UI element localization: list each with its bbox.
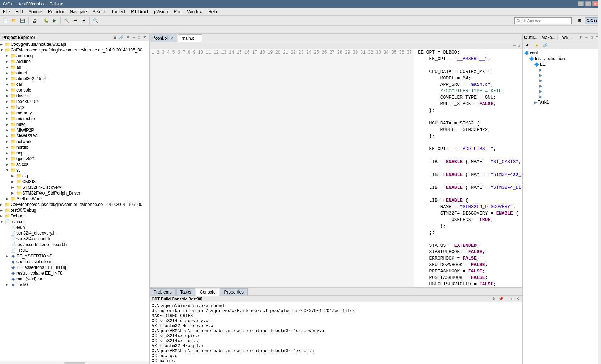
outline-item[interactable]: ▶ xyxy=(523,73,600,78)
debug-button[interactable]: 🐛 xyxy=(42,17,50,25)
minimize-button[interactable]: ─ xyxy=(578,1,584,6)
outline-item[interactable]: ▶ xyxy=(523,67,600,73)
outline-item[interactable]: ▶ xyxy=(523,83,600,89)
tree-item[interactable]: ▶📁nordic xyxy=(0,144,149,150)
sort-alpha-button[interactable]: A↕ xyxy=(524,41,532,49)
tree-item[interactable]: ◆EE_assertions : EE_INT8[] xyxy=(0,265,149,270)
tree-item[interactable]: ◆counter : volatile int xyxy=(0,259,149,265)
maximize-button[interactable]: □ xyxy=(585,1,591,6)
editor-content[interactable]: 1 2 3 4 5 6 7 8 9 10 11 12 13 14 15 16 1… xyxy=(150,49,522,287)
tree-item[interactable]: ▶📁MiWiP2P xyxy=(0,127,149,133)
tree-item[interactable]: 📄TRUE xyxy=(0,247,149,253)
perspective-list-button[interactable]: ⊞ xyxy=(575,17,583,25)
tree-item[interactable]: ▶📁Debug xyxy=(0,213,149,219)
tree-item[interactable]: 📄stm32f4_discovery.h xyxy=(0,230,149,236)
tree-item[interactable]: ▶📁test00/Debug xyxy=(0,207,149,213)
tree-item[interactable]: ▶📁qpc_v521 xyxy=(0,156,149,162)
tab-close-icon[interactable]: ✕ xyxy=(170,36,173,40)
tree-item[interactable]: ▶📁memory xyxy=(0,110,149,116)
menu-item-navigate[interactable]: Navigate xyxy=(67,8,89,15)
outline-item[interactable]: ▶ xyxy=(523,94,600,99)
search-button[interactable]: 🔍 xyxy=(92,17,99,25)
build-button[interactable]: 🔨 xyxy=(63,17,70,25)
tree-item[interactable]: ◆main(void) : int xyxy=(0,276,149,282)
editor-minimize-button[interactable]: ─ xyxy=(512,43,517,48)
code-area[interactable]: EE_OPT = DLBOO; EE_OPT = "__ASSERT__"; C… xyxy=(414,49,522,287)
menu-item-refactor[interactable]: Refactor xyxy=(45,8,67,15)
quick-access-input[interactable] xyxy=(516,19,570,23)
tree-item[interactable]: ▶📁microchip xyxy=(0,116,149,122)
tree-item[interactable]: ▶📁nxp xyxy=(0,150,149,156)
tree-item[interactable]: ◆result : volatile EE_INT8 xyxy=(0,270,149,276)
tree-item[interactable]: ▶📁drivers xyxy=(0,93,149,99)
tree-item[interactable]: ▼📁st xyxy=(0,167,149,173)
outline-menu-button[interactable]: ▼ xyxy=(578,35,583,40)
menu-item-μvision[interactable]: μVision xyxy=(151,8,171,15)
outline-item[interactable]: ▶Task1 xyxy=(523,99,600,105)
tree-item[interactable]: ▶📁atmel xyxy=(0,70,149,76)
outline-item[interactable]: 🔷test_application xyxy=(523,56,600,62)
outline-item[interactable]: 🔷EE xyxy=(523,62,600,67)
editor-maximize-button[interactable]: □ xyxy=(517,43,521,48)
tree-item[interactable]: ▶📁C:/Evidence/eclipse/plugins/com.eu.evi… xyxy=(0,202,149,207)
tree-item[interactable]: ▶📁C:/cygwin/usr/include/w32api xyxy=(0,41,149,47)
outline-maximize-button[interactable]: □ xyxy=(590,35,594,40)
new-button[interactable]: 📄 xyxy=(1,17,9,25)
tree-item[interactable]: ▶📁STM32F4-Discovery xyxy=(0,185,149,190)
close-panel-button[interactable]: ✕ xyxy=(142,35,147,40)
console-maximize-button[interactable]: □ xyxy=(510,296,514,301)
tree-item[interactable]: ▶📁arduino xyxy=(0,59,149,64)
run-button[interactable]: ▶ xyxy=(51,17,59,25)
console-close-button[interactable]: ✕ xyxy=(515,296,520,301)
tree-item[interactable]: ▶📁cfg xyxy=(0,173,149,179)
tree-item[interactable]: ▼📄main.c xyxy=(0,219,149,225)
outline-item[interactable]: ▶ xyxy=(523,89,600,94)
tree-item[interactable]: ▶◆Task0 xyxy=(0,282,149,287)
tree-item[interactable]: ▶📁STM32F4xx_StdPeriph_Driver xyxy=(0,190,149,196)
open-button[interactable]: 📂 xyxy=(10,17,18,25)
bottom-tab-properties[interactable]: Properties xyxy=(220,288,248,295)
tree-item[interactable]: ▶📁as xyxy=(0,64,149,70)
redo-button[interactable]: ↪ xyxy=(80,17,88,25)
close-button[interactable]: ✕ xyxy=(592,1,598,6)
menu-item-window[interactable]: Window xyxy=(184,8,205,15)
tree-item[interactable]: ▶📁atmel802_15_4 xyxy=(0,76,149,82)
outline-tab[interactable]: Outli... xyxy=(524,35,537,40)
save-button[interactable]: 💾 xyxy=(19,17,26,25)
outline-item[interactable]: ▶ xyxy=(523,78,600,83)
tree-item[interactable]: ▶📁amazing xyxy=(0,53,149,59)
menu-item-edit[interactable]: Edit xyxy=(13,8,26,15)
tree-item[interactable]: ▶📁scicos xyxy=(0,162,149,167)
tree-item[interactable]: ▶📁network xyxy=(0,139,149,144)
editor-tab-main-c[interactable]: main.c✕ xyxy=(178,34,202,42)
tree-item[interactable]: 📄ee.h xyxy=(0,225,149,230)
tree-item[interactable]: ▶📁MiWiP2Pv2 xyxy=(0,133,149,139)
outline-minimize-button[interactable]: ─ xyxy=(584,35,589,40)
tab-close-icon[interactable]: ✕ xyxy=(196,36,199,40)
outline-item[interactable]: 🔷conf xyxy=(523,50,600,56)
tree-item[interactable]: ▶📁console xyxy=(0,87,149,93)
bottom-tab-problems[interactable]: Problems xyxy=(150,288,176,295)
view-menu-button[interactable]: ▼ xyxy=(125,35,131,40)
tree-item[interactable]: ▶📁cal xyxy=(0,82,149,87)
link-editor-button[interactable]: 🔗 xyxy=(541,41,549,49)
tree-item[interactable]: ▼📁C:/Evidence/eclipse/plugins/com.eu.evi… xyxy=(0,47,149,53)
menu-item-run[interactable]: Run xyxy=(171,8,184,15)
tree-item[interactable]: 📄test/assert/inc/ee_assert.h xyxy=(0,242,149,247)
undo-button[interactable]: ↩ xyxy=(71,17,79,25)
hide-fields-button[interactable]: ■ xyxy=(533,41,541,49)
tree-item[interactable]: ▶📁lwip xyxy=(0,104,149,110)
bottom-tab-tasks[interactable]: Tasks xyxy=(176,288,195,295)
tree-item[interactable]: ▶📁ieee802154 xyxy=(0,99,149,104)
collapse-all-button[interactable]: ⊟ xyxy=(112,35,117,40)
horizontal-scrollbar[interactable] xyxy=(64,362,85,364)
tree-item[interactable]: 📄stm32f4xx_conf.h xyxy=(0,236,149,242)
bottom-tab-console[interactable]: Console xyxy=(196,289,219,296)
editor-tab--conf-oil[interactable]: *conf.oil✕ xyxy=(150,34,177,42)
tree-item[interactable]: ▶📁CMSIS xyxy=(0,179,149,185)
link-button[interactable]: 🔗 xyxy=(118,35,124,40)
tree-item[interactable]: ▶📁misc xyxy=(0,122,149,127)
tree-item[interactable]: ▶◆EE_ASSERTIONS xyxy=(0,253,149,259)
quick-access-box[interactable] xyxy=(514,17,572,24)
print-button[interactable]: 🖨 xyxy=(30,17,38,25)
